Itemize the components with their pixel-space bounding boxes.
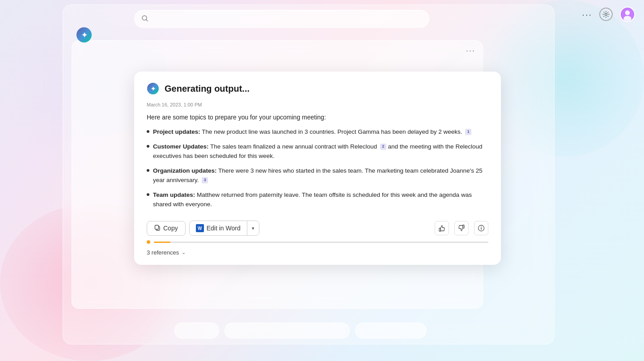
suggestion-pill-2[interactable] — [225, 323, 350, 339]
list-item: Team updates: Matthew returned from pate… — [147, 191, 488, 209]
content-intro: Here are some topics to prepare you for … — [147, 113, 488, 122]
thumbs-up-button[interactable] — [435, 221, 449, 235]
search-bar[interactable] — [134, 10, 429, 28]
top-bar: ··· — [582, 7, 635, 22]
svg-rect-12 — [439, 228, 441, 231]
panel-dots[interactable]: ··· — [466, 46, 475, 55]
bullet-text: Organization updates: There were 3 new h… — [153, 166, 488, 185]
svg-point-2 — [605, 13, 607, 16]
card-footer: Copy W Edit in Word ▾ — [147, 217, 488, 236]
svg-point-5 — [623, 16, 631, 21]
progress-area — [147, 240, 488, 244]
footer-actions-right — [435, 221, 488, 235]
settings-icon[interactable] — [599, 8, 613, 21]
reference-badge: 2 — [380, 144, 386, 150]
list-item: Project updates: The new product line wa… — [147, 127, 488, 137]
top-bar-dots[interactable]: ··· — [582, 9, 592, 20]
response-card: ✦ Generating output... March 16, 2023, 1… — [134, 72, 501, 265]
search-area — [134, 10, 429, 28]
card-header: ✦ Generating output... — [147, 82, 488, 95]
copilot-logo: ✦ — [76, 27, 92, 45]
copy-button[interactable]: Copy — [147, 221, 186, 236]
timestamp: March 16, 2023, 1:00 PM — [147, 102, 488, 107]
search-icon — [142, 15, 148, 23]
references-label: 3 references — [147, 249, 179, 256]
list-item: Organization updates: There were 3 new h… — [147, 166, 488, 185]
suggestion-pill-1[interactable] — [174, 323, 219, 339]
progress-dot — [147, 240, 150, 244]
word-icon: W — [196, 224, 204, 232]
svg-rect-11 — [155, 225, 159, 229]
progress-bar-track — [154, 242, 488, 243]
bullet-text: Customer Updates: The sales team finaliz… — [153, 142, 488, 161]
bullet-label: Customer Updates: — [153, 143, 209, 150]
bullet-dot — [147, 169, 149, 172]
reference-badge: 1 — [465, 129, 471, 135]
bullet-dot — [147, 145, 149, 148]
search-input[interactable] — [152, 10, 422, 27]
bullet-text: Team updates: Matthew returned from pate… — [153, 191, 488, 209]
panel-topbar: ··· — [72, 41, 483, 59]
suggestions-bar — [174, 323, 427, 339]
svg-line-1 — [146, 20, 148, 21]
edit-word-dropdown[interactable]: ▾ — [247, 222, 259, 234]
bullet-list: Project updates: The new product line wa… — [147, 127, 488, 209]
references-chevron-icon: ⌄ — [182, 250, 186, 255]
avatar[interactable] — [620, 7, 635, 22]
list-item: Customer Updates: The sales team finaliz… — [147, 142, 488, 161]
thumbs-down-button[interactable] — [454, 221, 469, 235]
svg-point-4 — [625, 10, 630, 15]
svg-rect-13 — [463, 225, 464, 228]
report-button[interactable] — [474, 221, 488, 235]
generating-title: Generating output... — [165, 84, 250, 94]
footer-actions-left: Copy W Edit in Word ▾ — [147, 221, 259, 236]
edit-word-label: Edit in Word — [207, 225, 241, 232]
copilot-response-icon: ✦ — [147, 82, 159, 95]
bullet-text: Project updates: The new product line wa… — [153, 127, 471, 137]
edit-in-word-button[interactable]: W Edit in Word ▾ — [189, 221, 259, 236]
copy-icon — [154, 225, 161, 232]
svg-text:✦: ✦ — [151, 85, 156, 92]
copy-label: Copy — [163, 225, 178, 232]
suggestion-pill-3[interactable] — [355, 323, 427, 339]
reference-badge: 3 — [202, 177, 208, 183]
svg-text:✦: ✦ — [81, 31, 88, 39]
progress-bar-fill — [154, 242, 170, 243]
bullet-label: Organization updates: — [153, 167, 217, 174]
references-row[interactable]: 3 references ⌄ — [147, 249, 488, 256]
svg-point-15 — [481, 227, 482, 228]
bullet-dot — [147, 193, 149, 196]
bullet-label: Team updates: — [153, 191, 195, 198]
bullet-label: Project updates: — [153, 128, 200, 135]
edit-in-word-main[interactable]: W Edit in Word — [190, 221, 247, 235]
bullet-dot — [147, 130, 149, 133]
